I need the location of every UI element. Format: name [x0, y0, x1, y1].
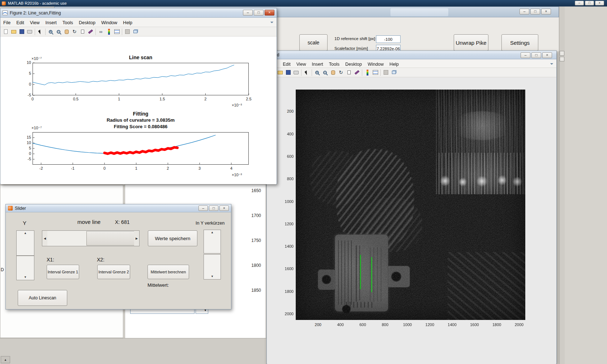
- rotate-icon[interactable]: ↻: [70, 28, 78, 36]
- menu-item-insert[interactable]: Insert: [43, 18, 60, 27]
- new-icon[interactable]: [2, 28, 10, 36]
- open-icon[interactable]: [276, 69, 284, 77]
- zoom-out-icon[interactable]: [321, 69, 329, 77]
- werte-speichern-button[interactable]: Werte speichern: [148, 230, 197, 246]
- dock-icon[interactable]: [131, 28, 139, 36]
- image-y-tick-label: 1800: [278, 289, 294, 294]
- maximize-button[interactable]: □: [530, 9, 540, 14]
- minimize-button[interactable]: –: [575, 1, 584, 5]
- plottools-icon[interactable]: [123, 28, 131, 36]
- close-button[interactable]: ×: [265, 10, 274, 16]
- data-cursor-icon[interactable]: [78, 28, 86, 36]
- y-slider-up[interactable]: ▲: [16, 230, 34, 256]
- brush-icon[interactable]: [353, 69, 361, 77]
- close-button[interactable]: ×: [542, 52, 552, 58]
- slider-left-arrow[interactable]: ◀: [42, 231, 47, 246]
- y-slider-down[interactable]: ▼: [16, 256, 34, 280]
- minimize-button[interactable]: –: [243, 10, 253, 16]
- maximize-button[interactable]: □: [531, 52, 541, 58]
- cursor-icon[interactable]: [36, 28, 44, 36]
- print-icon[interactable]: [26, 28, 34, 36]
- interval-grenze-1-button[interactable]: Interval Grenze 1: [47, 265, 79, 279]
- minimize-button[interactable]: –: [521, 52, 530, 58]
- save-icon[interactable]: [284, 69, 292, 77]
- slider-titlebar[interactable]: Slider: [6, 204, 231, 212]
- plot1-title: Line scan: [33, 55, 249, 60]
- dock-icon[interactable]: [390, 69, 398, 77]
- measurement-line-2[interactable]: [371, 257, 372, 292]
- auto-linescan-button[interactable]: Auto Linescan: [18, 290, 67, 306]
- minimize-button[interactable]: –: [520, 9, 529, 14]
- close-button[interactable]: ×: [595, 1, 604, 5]
- scale-button[interactable]: scale: [299, 34, 328, 51]
- interferogram-image[interactable]: [296, 90, 525, 320]
- pan-icon[interactable]: [63, 28, 70, 36]
- slider-thumb[interactable]: [86, 231, 135, 246]
- in-y-slider-down[interactable]: ▼: [204, 254, 221, 280]
- plot2-subtitle-score: Fitting Score = 0.080486: [33, 124, 249, 129]
- y-tick-label: 0: [15, 151, 31, 156]
- image-window-titlebar[interactable]: d: [267, 51, 556, 59]
- measurement-line-1[interactable]: [360, 255, 361, 289]
- zoom-out-icon[interactable]: [55, 28, 63, 36]
- dock-tool-icon[interactable]: [560, 51, 564, 56]
- maximize-button[interactable]: □: [585, 1, 594, 5]
- open-glyph: [278, 71, 283, 74]
- matlab-main-titlebar[interactable]: MATLAB R2016b - academic use – □ ×: [0, 0, 607, 6]
- save-icon[interactable]: [18, 28, 26, 36]
- plottools-icon[interactable]: [382, 69, 390, 77]
- fringe-pattern-bright: [439, 153, 523, 194]
- fitting-plot[interactable]: -2-101234-5051015: [33, 132, 249, 165]
- slider-right-arrow[interactable]: ▶: [134, 231, 139, 246]
- plot1-y-exponent: ×10⁻⁷: [31, 56, 42, 61]
- colorbar-icon[interactable]: [105, 28, 113, 36]
- in-y-slider-up[interactable]: ▲: [204, 230, 221, 254]
- close-icon: ×: [223, 207, 225, 210]
- dock-tool-icon[interactable]: [560, 57, 564, 61]
- pan-icon[interactable]: [329, 69, 337, 77]
- line-scan-plot[interactable]: 00.511.522.5-50510: [33, 63, 249, 95]
- print-icon[interactable]: [292, 69, 300, 77]
- taskbar-corner-button[interactable]: ▲: [1, 356, 10, 363]
- maximize-button[interactable]: □: [254, 10, 264, 16]
- minimize-button[interactable]: –: [198, 205, 208, 211]
- menu-item-window[interactable]: Window: [98, 18, 120, 27]
- colorbar-icon[interactable]: [363, 69, 371, 77]
- menu-item-edit[interactable]: Edit: [13, 18, 27, 27]
- menu-item-file[interactable]: File: [0, 18, 13, 27]
- unwrap-pike-button[interactable]: Unwrap Pike: [454, 34, 488, 51]
- data-cursor-icon[interactable]: [345, 69, 353, 77]
- menu-item-help[interactable]: Help: [120, 18, 135, 27]
- interval-grenze-2-button[interactable]: Interval Grenze 2: [97, 265, 130, 279]
- mittelwert-label: Mittelwert:: [148, 282, 169, 288]
- toolbar-separator: [95, 29, 96, 35]
- minimize-icon: –: [247, 11, 249, 14]
- legend-icon[interactable]: [371, 69, 379, 77]
- image-window-title: d: [277, 52, 279, 57]
- arrow-up-icon: ▲: [211, 230, 214, 235]
- legend-icon[interactable]: [113, 28, 121, 36]
- zoom-in-icon[interactable]: [47, 28, 55, 36]
- link-icon[interactable]: ∞: [97, 28, 105, 36]
- open-icon[interactable]: [10, 28, 18, 36]
- menu-item-tools[interactable]: Tools: [60, 18, 76, 27]
- menu-item-desktop[interactable]: Desktop: [76, 18, 98, 27]
- brush-icon[interactable]: [86, 28, 94, 36]
- zoom-in-icon[interactable]: [313, 69, 321, 77]
- close-button[interactable]: ×: [219, 205, 229, 211]
- ref-shift-input[interactable]: -100: [376, 35, 401, 43]
- figure-window-titlebar[interactable]: Figure 2: Line_scan,Fitting: [0, 8, 277, 18]
- settings-button[interactable]: Settings: [501, 34, 538, 51]
- cursor-icon[interactable]: [303, 69, 311, 77]
- plot1-x-exponent: ×10⁻³: [232, 103, 242, 108]
- data-cursor-glyph: [81, 30, 84, 34]
- move-line-slider[interactable]: ◀ ▶: [42, 230, 140, 246]
- x1-label: X1:: [47, 257, 54, 263]
- x-tick-label: 4: [223, 166, 239, 170]
- mittelwert-berechnen-button[interactable]: Mittelwert berechnen: [148, 265, 189, 279]
- colorbar-glyph: [367, 70, 368, 75]
- maximize-button[interactable]: □: [209, 205, 218, 211]
- rotate-icon[interactable]: ↻: [337, 69, 345, 77]
- menu-item-view[interactable]: View: [27, 18, 43, 27]
- close-button[interactable]: ×: [541, 9, 551, 14]
